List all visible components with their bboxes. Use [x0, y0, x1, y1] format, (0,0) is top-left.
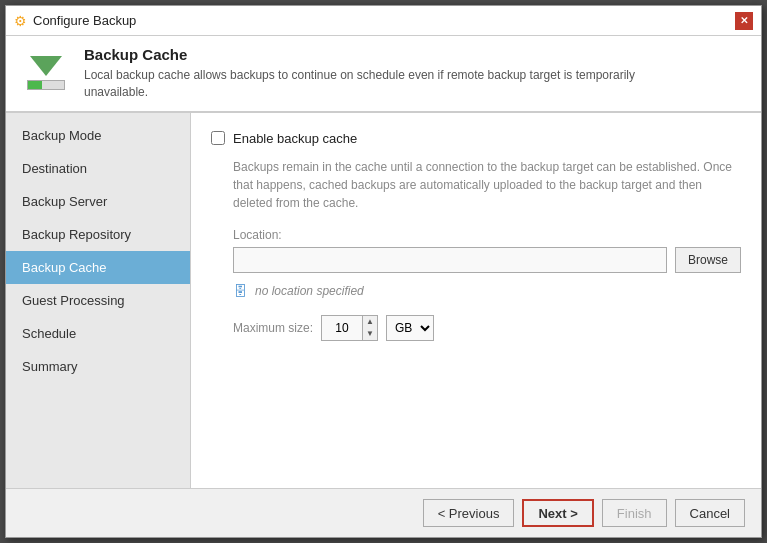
spinners: ▲ ▼: [362, 316, 377, 340]
next-button[interactable]: Next >: [522, 499, 593, 527]
settings-icon: ⚙: [14, 13, 27, 29]
enable-cache-checkbox[interactable]: [211, 131, 225, 145]
sidebar-item-guest-processing[interactable]: Guest Processing: [6, 284, 190, 317]
sidebar-item-schedule[interactable]: Schedule: [6, 317, 190, 350]
max-size-row: Maximum size: ▲ ▼ KB MB GB TB: [233, 315, 741, 341]
no-location-row: 🗄 no location specified: [233, 283, 741, 299]
header-icon: [22, 49, 70, 97]
previous-button[interactable]: < Previous: [423, 499, 515, 527]
header-title: Backup Cache: [84, 46, 684, 63]
sidebar-item-backup-server[interactable]: Backup Server: [6, 185, 190, 218]
main-content: Backup Mode Destination Backup Server Ba…: [6, 113, 761, 488]
unit-select[interactable]: KB MB GB TB: [386, 315, 434, 341]
enable-cache-label[interactable]: Enable backup cache: [233, 131, 357, 146]
size-input[interactable]: [322, 316, 362, 340]
sidebar: Backup Mode Destination Backup Server Ba…: [6, 113, 191, 488]
header-section: Backup Cache Local backup cache allows b…: [6, 36, 761, 113]
close-button[interactable]: ✕: [735, 12, 753, 30]
max-size-label: Maximum size:: [233, 321, 313, 335]
progress-bar-small: [27, 80, 65, 90]
location-row: Browse: [233, 247, 741, 273]
location-label: Location:: [233, 228, 741, 242]
no-location-text: no location specified: [255, 284, 364, 298]
header-description: Local backup cache allows backups to con…: [84, 67, 684, 101]
progress-bar-fill: [28, 81, 42, 89]
enable-cache-row: Enable backup cache: [211, 131, 741, 146]
sidebar-item-backup-mode[interactable]: Backup Mode: [6, 119, 190, 152]
location-input[interactable]: [233, 247, 667, 273]
title-bar-left: ⚙ Configure Backup: [14, 13, 136, 29]
sidebar-item-summary[interactable]: Summary: [6, 350, 190, 383]
configure-backup-window: ⚙ Configure Backup ✕ Backup Cache Local …: [5, 5, 762, 538]
sidebar-item-backup-cache[interactable]: Backup Cache: [6, 251, 190, 284]
cancel-button[interactable]: Cancel: [675, 499, 745, 527]
browse-button[interactable]: Browse: [675, 247, 741, 273]
sidebar-item-destination[interactable]: Destination: [6, 152, 190, 185]
size-input-wrapper: ▲ ▼: [321, 315, 378, 341]
spin-down-button[interactable]: ▼: [363, 328, 377, 340]
window-title: Configure Backup: [33, 13, 136, 28]
database-icon: 🗄: [233, 283, 247, 299]
finish-button[interactable]: Finish: [602, 499, 667, 527]
download-arrow-icon: [30, 56, 62, 76]
cache-description: Backups remain in the cache until a conn…: [233, 158, 741, 212]
title-bar: ⚙ Configure Backup ✕: [6, 6, 761, 36]
content-area: Enable backup cache Backups remain in th…: [191, 113, 761, 488]
spin-up-button[interactable]: ▲: [363, 316, 377, 328]
footer: < Previous Next > Finish Cancel: [6, 488, 761, 537]
sidebar-item-backup-repository[interactable]: Backup Repository: [6, 218, 190, 251]
header-text: Backup Cache Local backup cache allows b…: [84, 46, 684, 101]
